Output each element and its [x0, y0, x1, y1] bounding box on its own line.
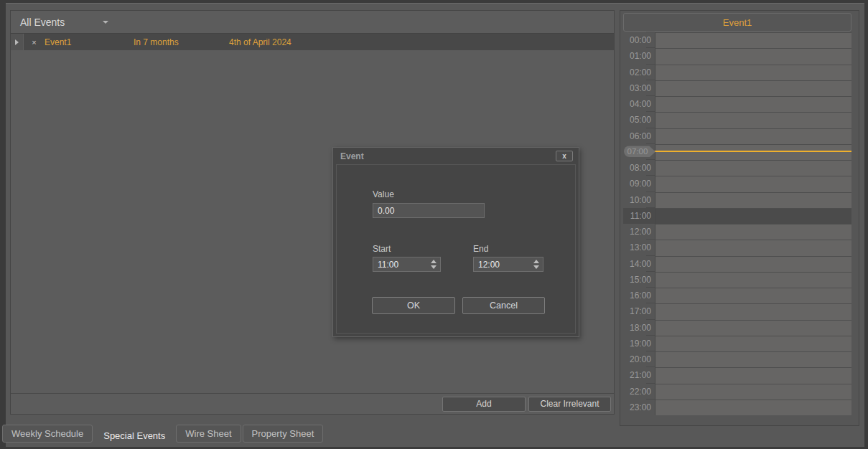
- hour-label: 11:00: [623, 208, 655, 224]
- hour-cell[interactable]: [655, 48, 851, 64]
- events-list: × Event1 In 7 months 4th of April 2024: [11, 33, 614, 50]
- ok-button[interactable]: OK: [372, 297, 455, 314]
- chevron-right-icon: [15, 39, 19, 45]
- hour-cell[interactable]: [655, 256, 851, 272]
- value-input[interactable]: 0.00: [373, 203, 485, 218]
- hour-label: 17:00: [623, 303, 655, 319]
- hour-cell[interactable]: [655, 336, 851, 351]
- hour-cell[interactable]: [655, 240, 851, 255]
- event-name: Event1: [45, 34, 134, 50]
- events-filter-dropdown[interactable]: All Events: [11, 11, 65, 33]
- add-button[interactable]: Add: [442, 397, 526, 412]
- hour-row: 16:00: [623, 288, 851, 303]
- hour-cell[interactable]: [655, 208, 851, 224]
- hour-row: 04:00: [623, 96, 851, 112]
- hour-cell[interactable]: [655, 272, 851, 288]
- tab-weekly-schedule[interactable]: Weekly Schedule: [2, 425, 93, 443]
- hour-row: 18:00: [623, 320, 851, 336]
- hour-label: 13:00: [623, 240, 655, 255]
- hour-cell[interactable]: [655, 303, 851, 319]
- hour-cell[interactable]: [655, 160, 851, 176]
- hour-cell[interactable]: [655, 400, 851, 415]
- hour-label: 19:00: [623, 336, 655, 351]
- end-time-text: 12:00: [478, 260, 500, 270]
- time-marker-line[interactable]: [652, 151, 851, 152]
- value-label: Value: [373, 189, 394, 199]
- hour-cell[interactable]: [655, 351, 851, 367]
- start-time-spinner[interactable]: 11:00: [373, 257, 441, 272]
- tab-label: Property Sheet: [252, 428, 314, 439]
- hour-row: 12:00: [623, 224, 851, 240]
- end-time-spinner[interactable]: 12:00: [473, 257, 543, 272]
- close-icon: ×: [32, 38, 36, 47]
- event-dialog: Event x Value 0.00 Start 11:00 End 12:00…: [332, 147, 579, 337]
- hour-row: 11:00: [623, 208, 851, 224]
- spinner-up-icon[interactable]: [431, 260, 437, 263]
- hour-row: 14:00: [623, 256, 851, 272]
- dialog-title: Event: [340, 151, 556, 161]
- hour-row: 01:00: [623, 48, 851, 64]
- bottom-tab-bar: Weekly Schedule Special Events Wire Shee…: [2, 425, 325, 446]
- tab-property-sheet[interactable]: Property Sheet: [243, 425, 324, 443]
- day-schedule-panel: Event1 07:00 00:00 01:00 02:00 03:00: [620, 10, 859, 426]
- hour-row: 22:00: [623, 384, 851, 400]
- hour-cell[interactable]: [655, 176, 851, 192]
- hour-label: 15:00: [623, 272, 655, 288]
- day-grid: 07:00 00:00 01:00 02:00 03:00 04:: [623, 32, 851, 415]
- events-filter-label: All Events: [20, 16, 65, 28]
- hour-label: 18:00: [623, 320, 655, 336]
- events-filter-bar: All Events: [11, 11, 614, 33]
- hour-row: 06:00: [623, 128, 851, 144]
- hour-label: 12:00: [623, 224, 655, 240]
- hour-cell[interactable]: [655, 288, 851, 303]
- hour-cell[interactable]: [655, 80, 851, 96]
- hour-row: 10:00: [623, 192, 851, 208]
- hour-cell[interactable]: [655, 384, 851, 400]
- spinner-up-icon[interactable]: [533, 260, 539, 263]
- row-expander[interactable]: [11, 34, 24, 50]
- hour-label: 05:00: [623, 112, 655, 128]
- event-date: 4th of April 2024: [229, 34, 614, 50]
- tab-label: Special Events: [103, 430, 165, 441]
- event-summary: In 7 months: [134, 34, 229, 50]
- chevron-down-icon[interactable]: [103, 21, 108, 24]
- hour-label: 04:00: [623, 96, 655, 112]
- time-marker-label: 07:00: [627, 147, 648, 156]
- hour-label: 16:00: [623, 288, 655, 303]
- tab-wire-sheet[interactable]: Wire Sheet: [176, 425, 241, 443]
- hour-row: 00:00: [623, 32, 851, 48]
- hour-cell[interactable]: [655, 320, 851, 336]
- hour-cell[interactable]: [655, 128, 851, 144]
- start-time-text: 11:00: [378, 260, 398, 270]
- dialog-close-button[interactable]: x: [556, 151, 573, 161]
- hour-cell[interactable]: [655, 192, 851, 208]
- tab-label: Wire Sheet: [185, 428, 231, 439]
- hour-label: 14:00: [623, 256, 655, 272]
- time-marker-tag[interactable]: 07:00: [624, 146, 655, 157]
- hour-cell[interactable]: [655, 65, 851, 80]
- hour-cell[interactable]: [655, 367, 851, 383]
- spinner-down-icon[interactable]: [431, 265, 437, 269]
- hour-row: 21:00: [623, 367, 851, 383]
- hour-cell[interactable]: [655, 224, 851, 240]
- start-label: Start: [373, 244, 391, 254]
- hour-label: 09:00: [623, 176, 655, 192]
- spinner-down-icon[interactable]: [533, 265, 539, 269]
- cancel-button[interactable]: Cancel: [462, 297, 545, 314]
- delete-event-button[interactable]: ×: [24, 34, 45, 50]
- hour-label: 23:00: [623, 400, 655, 415]
- hour-cell[interactable]: [655, 112, 851, 128]
- hour-label: 01:00: [623, 48, 655, 64]
- tab-label: Weekly Schedule: [11, 428, 83, 439]
- event-row[interactable]: × Event1 In 7 months 4th of April 2024: [11, 33, 614, 50]
- hour-label: 06:00: [623, 128, 655, 144]
- hour-cell[interactable]: [655, 96, 851, 112]
- tab-special-events[interactable]: Special Events: [94, 425, 174, 446]
- hour-label: 03:00: [623, 80, 655, 96]
- clear-irrelevant-button[interactable]: Clear Irrelevant: [528, 397, 611, 412]
- dialog-titlebar[interactable]: Event x: [333, 148, 579, 164]
- hour-row: 05:00: [623, 112, 851, 128]
- hour-cell[interactable]: [655, 32, 851, 48]
- end-label: End: [473, 244, 488, 254]
- hour-row: 23:00: [623, 400, 851, 415]
